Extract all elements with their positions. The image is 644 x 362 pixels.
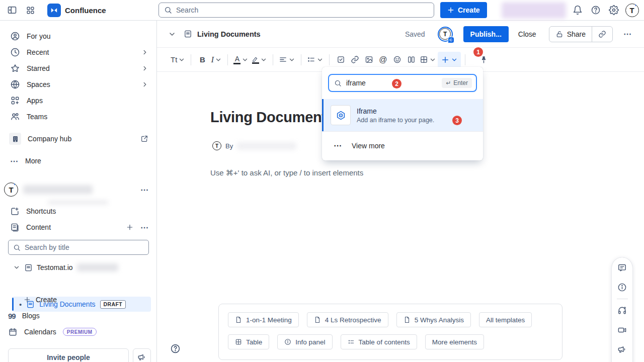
table-icon bbox=[420, 55, 428, 64]
invite-label: Invite people bbox=[47, 353, 90, 361]
content-menu-icon[interactable]: ⋯ bbox=[140, 223, 149, 232]
insert-table-button[interactable]: Table bbox=[228, 334, 269, 349]
text-style-button[interactable]: Tt bbox=[169, 52, 187, 68]
columns-icon bbox=[407, 55, 416, 64]
sidebar-item-content[interactable]: Content ⋯ bbox=[0, 219, 157, 235]
sidebar-item-shortcuts[interactable]: Shortcuts bbox=[0, 203, 157, 219]
invite-people-button[interactable]: Invite people bbox=[8, 348, 129, 362]
insert-elements-button[interactable] bbox=[438, 52, 461, 68]
sidebar-item-recent[interactable]: Recent bbox=[0, 44, 156, 60]
feedback-button[interactable] bbox=[617, 345, 627, 354]
document-title[interactable]: Living Documents bbox=[210, 109, 335, 126]
add-content-icon[interactable] bbox=[126, 223, 134, 231]
template-4ls-retrospective[interactable]: 4 Ls Retrospective bbox=[307, 312, 388, 327]
sidebar-item-teams[interactable]: Teams bbox=[0, 109, 156, 125]
tree-create-button[interactable]: Create bbox=[0, 292, 157, 308]
insert-info-panel-button[interactable]: Info panel bbox=[277, 334, 332, 349]
sidebar-item-spaces[interactable]: Spaces bbox=[0, 76, 156, 93]
info-icon bbox=[617, 283, 627, 292]
enter-icon: ↵ bbox=[446, 79, 451, 86]
chevron-down-icon bbox=[178, 56, 185, 63]
confluence-brand[interactable]: Confluence bbox=[47, 4, 106, 17]
sidebar-item-more[interactable]: ⋯ More bbox=[0, 153, 156, 169]
ellipsis-icon: ⋯ bbox=[10, 156, 19, 166]
divider bbox=[465, 54, 465, 65]
insert-toc-button[interactable]: Table of contents bbox=[341, 334, 417, 349]
element-search-input[interactable]: iframe ↵ Enter bbox=[328, 74, 477, 92]
premium-badge: PREMIUM bbox=[63, 328, 97, 336]
feedback-button[interactable] bbox=[133, 348, 151, 362]
redacted-author-name bbox=[237, 142, 296, 150]
globe-icon bbox=[10, 79, 20, 89]
profile-avatar[interactable]: T' bbox=[624, 2, 640, 18]
sidebar-item-calendars[interactable]: Calendars PREMIUM bbox=[0, 324, 157, 340]
details-button[interactable] bbox=[617, 283, 627, 292]
view-more-item[interactable]: ⋯ View more bbox=[322, 131, 483, 159]
more-elements-button[interactable]: More elements bbox=[425, 334, 484, 349]
highlight-color-button[interactable] bbox=[250, 52, 269, 68]
highlighter-icon bbox=[252, 56, 259, 64]
tree-item-space[interactable]: Testomat.io bbox=[0, 260, 157, 275]
notifications-button[interactable] bbox=[570, 2, 586, 18]
align-left-icon bbox=[279, 55, 287, 64]
help-button[interactable] bbox=[588, 2, 604, 18]
calendar-icon bbox=[8, 327, 18, 337]
redacted-banner bbox=[502, 2, 566, 19]
sidebar-item-blogs[interactable]: 99 Blogs bbox=[0, 308, 157, 324]
breadcrumb-page-title[interactable]: Living Documents bbox=[197, 30, 261, 38]
collaborator-avatar[interactable]: T' C bbox=[438, 27, 453, 42]
save-status: Saved bbox=[405, 30, 425, 38]
bold-button[interactable]: B bbox=[195, 52, 209, 68]
template-1on1-meeting[interactable]: 1-on-1 Meeting bbox=[228, 312, 299, 327]
workspace-menu-icon[interactable]: ⋯ bbox=[140, 185, 149, 195]
insert-image-button[interactable] bbox=[362, 52, 376, 68]
record-video-button[interactable] bbox=[617, 325, 627, 335]
copy-link-button[interactable] bbox=[592, 27, 612, 42]
publish-button[interactable]: Publish... bbox=[463, 26, 509, 42]
text-color-button[interactable]: A bbox=[232, 52, 250, 68]
chevron-down-icon[interactable] bbox=[168, 30, 176, 38]
sidebar-item-for-you[interactable]: For you bbox=[0, 28, 156, 44]
title-search-input[interactable]: Search by title bbox=[8, 240, 149, 255]
mention-icon: @ bbox=[379, 55, 387, 64]
task-list-button[interactable] bbox=[334, 52, 348, 68]
link-icon bbox=[598, 30, 606, 38]
editor-help-button[interactable] bbox=[170, 343, 181, 354]
table-button[interactable] bbox=[418, 52, 438, 68]
workspace-row[interactable]: T' ⋯ bbox=[0, 182, 157, 198]
comment-icon bbox=[617, 263, 627, 273]
lists-button[interactable] bbox=[305, 52, 325, 68]
settings-button[interactable] bbox=[606, 2, 622, 18]
megaphone-icon bbox=[617, 345, 627, 354]
document-icon bbox=[235, 316, 242, 323]
layouts-button[interactable] bbox=[404, 52, 418, 68]
app-switcher-button[interactable] bbox=[22, 2, 38, 18]
result-item-iframe[interactable]: Iframe Add an iframe to your page. bbox=[322, 99, 483, 131]
collapse-sidebar-button[interactable] bbox=[4, 2, 20, 18]
template-5-whys-analysis[interactable]: 5 Whys Analysis bbox=[396, 312, 471, 327]
insert-link-button[interactable] bbox=[348, 52, 362, 68]
testomat-avatar-icon: T' bbox=[625, 4, 639, 17]
more-actions-icon[interactable]: ⋯ bbox=[619, 29, 636, 39]
emoji-button[interactable] bbox=[390, 52, 404, 68]
plus-icon bbox=[441, 55, 450, 64]
emoji-icon bbox=[393, 55, 401, 64]
add-support-button[interactable] bbox=[617, 306, 627, 315]
sidebar-item-apps[interactable]: Apps bbox=[0, 93, 156, 109]
italic-button[interactable]: I bbox=[209, 52, 223, 68]
global-search-input[interactable]: Search bbox=[158, 3, 434, 18]
share-button[interactable]: Share bbox=[549, 27, 592, 42]
share-label: Share bbox=[567, 30, 586, 38]
comments-button[interactable] bbox=[617, 263, 627, 273]
all-templates-button[interactable]: All templates bbox=[479, 312, 532, 327]
mention-button[interactable]: @ bbox=[376, 52, 390, 68]
iframe-icon bbox=[331, 105, 351, 125]
alignment-button[interactable] bbox=[277, 52, 297, 68]
chevron-down-icon[interactable] bbox=[13, 264, 20, 271]
create-button[interactable]: Create bbox=[440, 2, 487, 18]
sidebar-item-label: Teams bbox=[27, 113, 47, 121]
sidebar-item-company-hub[interactable]: Company hub bbox=[0, 131, 156, 147]
close-button[interactable]: Close bbox=[512, 30, 542, 38]
editor-placeholder[interactable]: Use ⌘+' to ask AI, or type / to insert e… bbox=[210, 168, 363, 177]
sidebar-item-starred[interactable]: Starred bbox=[0, 60, 156, 76]
